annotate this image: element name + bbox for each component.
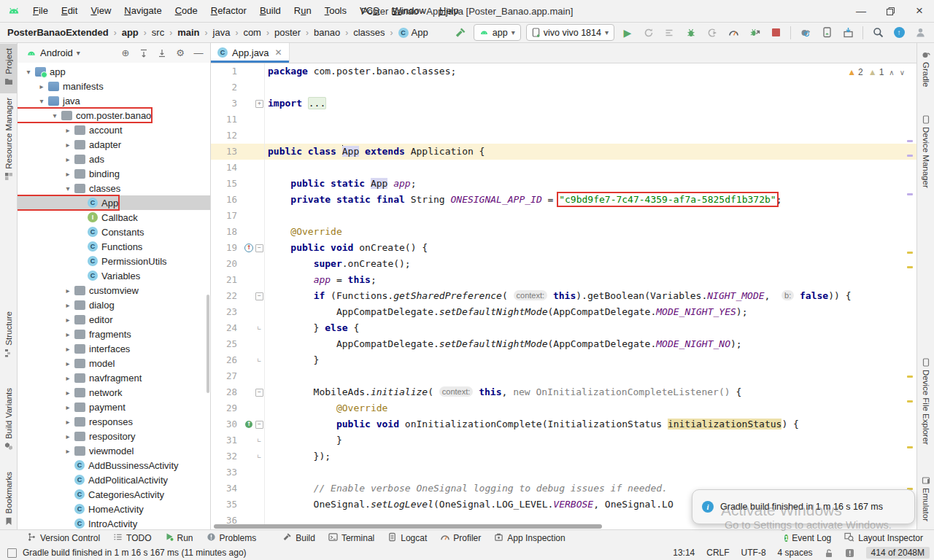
breadcrumb-item-poster[interactable]: poster	[274, 27, 301, 38]
code-line-13[interactable]: 13public class App extends Application {	[211, 144, 916, 160]
tool-window-button-event-log[interactable]: 1Event Log	[778, 530, 838, 545]
menu-tools[interactable]: Tools	[318, 0, 353, 22]
user-avatar-icon[interactable]	[912, 25, 928, 41]
code-line-20[interactable]: 20 super.onCreate();	[211, 256, 916, 272]
apply-code-changes-icon[interactable]	[662, 25, 678, 41]
breadcrumb-item-PosterBanaoExtended[interactable]: PosterBanaoExtended	[7, 27, 109, 38]
tree-item-binding[interactable]: ▸binding	[18, 166, 210, 181]
tool-stripe-resource-manager[interactable]: Resource Manager	[0, 98, 17, 184]
code-line-23[interactable]: 23 AppCompatDelegate.setDefaultNightMode…	[211, 304, 916, 320]
menu-edit[interactable]: Edit	[55, 0, 84, 22]
run-configuration-select[interactable]: app ▾	[474, 24, 521, 41]
tree-chevron-icon[interactable]: ▸	[61, 170, 74, 178]
tree-chevron-icon[interactable]: ▸	[61, 141, 74, 149]
tree-item-java[interactable]: ▾java	[18, 93, 210, 108]
tool-window-button-terminal[interactable]: Terminal	[322, 530, 381, 545]
breadcrumb-item-com[interactable]: com	[243, 27, 261, 38]
tree-item-AddBussinessActivity[interactable]: CAddBussinessActivity	[18, 458, 210, 472]
tree-item-respository[interactable]: ▸respository	[18, 429, 210, 443]
device-select[interactable]: vivo vivo 1814 ▾	[526, 24, 614, 41]
tree-item-app[interactable]: ▾app	[18, 64, 210, 79]
tree-chevron-icon[interactable]: ▸	[61, 389, 74, 397]
tool-stripe-device-manager[interactable]: Device Manager	[917, 112, 934, 188]
code-line-33[interactable]: 33	[211, 464, 916, 481]
menu-run[interactable]: Run	[287, 0, 318, 22]
chevron-down-icon[interactable]: ▾	[77, 49, 80, 57]
tree-item-navfragment[interactable]: ▸navfragment	[18, 370, 210, 385]
tool-window-button-todo[interactable]: TODO	[107, 530, 158, 545]
hide-panel-icon[interactable]: —	[191, 46, 206, 61]
tree-scrollbar[interactable]	[207, 295, 209, 393]
minimize-button[interactable]: —	[846, 0, 876, 22]
menu-refactor[interactable]: Refactor	[204, 0, 253, 22]
tree-item-adapter[interactable]: ▸adapter	[18, 137, 210, 152]
search-everywhere-icon[interactable]	[870, 25, 886, 41]
code-line-11[interactable]: 11	[211, 112, 916, 128]
breadcrumb-item-app[interactable]: app	[122, 27, 139, 38]
tree-chevron-icon[interactable]: ▸	[61, 447, 74, 455]
code-line-22[interactable]: 22− if (Functions.getSharedPreference( c…	[211, 288, 916, 304]
line-ending-widget[interactable]: CRLF	[706, 548, 729, 558]
code-line-12[interactable]: 12	[211, 128, 916, 144]
tree-item-com.poster.banao[interactable]: ▾com.poster.banao	[18, 108, 210, 122]
locate-file-icon[interactable]: ⊕	[118, 46, 133, 61]
tree-item-ads[interactable]: ▸ads	[18, 152, 210, 166]
encoding-widget[interactable]: UTF-8	[741, 548, 766, 558]
code-line-31[interactable]: 31∟ }	[211, 432, 916, 448]
sync-project-gradle-icon[interactable]	[798, 25, 814, 41]
tree-chevron-icon[interactable]: ▸	[61, 316, 74, 324]
tree-item-payment[interactable]: ▸payment	[18, 400, 210, 414]
collapse-all-icon[interactable]	[155, 46, 169, 61]
tree-chevron-icon[interactable]: ▸	[61, 359, 74, 368]
maximize-button[interactable]	[876, 0, 905, 22]
tree-chevron-icon[interactable]: ▸	[61, 330, 74, 338]
inspections-profile-icon[interactable]	[845, 548, 854, 558]
tool-window-button-run[interactable]: Run	[158, 530, 200, 545]
code-line-15[interactable]: 15 public static App app;	[211, 176, 916, 192]
tool-stripe-device-file-explorer[interactable]: Device File Explorer	[917, 355, 934, 445]
tree-chevron-icon[interactable]: ▾	[22, 68, 35, 76]
code-line-26[interactable]: 26∟ }	[211, 352, 916, 368]
prev-issue-icon[interactable]: ∧	[889, 69, 894, 77]
tree-chevron-icon[interactable]: ▸	[61, 287, 74, 295]
tree-item-classes[interactable]: ▾classes	[18, 181, 210, 195]
expand-all-icon[interactable]	[136, 46, 151, 61]
breadcrumb-item-main[interactable]: main	[177, 27, 199, 38]
apply-changes-icon[interactable]	[641, 25, 657, 41]
lock-icon[interactable]	[825, 548, 833, 558]
tree-chevron-icon[interactable]: ▸	[61, 432, 74, 440]
tree-chevron-icon[interactable]: ▸	[61, 374, 74, 382]
tree-item-fragments[interactable]: ▸fragments	[18, 327, 210, 341]
code-line-21[interactable]: 21 app = this;	[211, 272, 916, 288]
tree-item-customview[interactable]: ▸customview	[18, 283, 210, 298]
tree-item-Functions[interactable]: CFunctions	[18, 239, 210, 254]
gradle-notification-balloon[interactable]: i Gradle build finished in 1 m 16 s 167 …	[692, 489, 915, 524]
tree-item-interfaces[interactable]: ▸interfaces	[18, 341, 210, 356]
code-line-30[interactable]: 30↑− public void onInitializationComplet…	[211, 416, 916, 432]
menu-file[interactable]: File	[26, 0, 55, 22]
code-line-25[interactable]: 25 AppCompatDelegate.setDefaultNightMode…	[211, 336, 916, 352]
tree-item-editor[interactable]: ▸editor	[18, 312, 210, 327]
tree-item-IntroActivity[interactable]: CIntroActivity	[18, 516, 210, 529]
indent-widget[interactable]: 4 spaces	[778, 548, 813, 558]
memory-indicator[interactable]: 414 of 2048M	[866, 547, 930, 559]
code-line-19[interactable]: 19↑− public void onCreate() {	[211, 240, 916, 256]
tool-window-button-logcat[interactable]: Logcat	[381, 530, 433, 545]
code-editor[interactable]: 1package com.poster.banao.classes;23+imp…	[211, 63, 916, 529]
tool-stripe-project[interactable]: Project	[0, 44, 17, 93]
tool-window-button-profiler[interactable]: Profiler	[433, 530, 487, 545]
breadcrumb-item-src[interactable]: src	[152, 27, 164, 38]
tool-window-button-problems[interactable]: Problems	[200, 530, 263, 545]
tool-window-button-build[interactable]: Build	[276, 530, 322, 545]
tree-chevron-icon[interactable]: ▸	[61, 155, 74, 163]
tool-stripe-build-variants[interactable]: Build Variants	[0, 388, 17, 454]
code-line-28[interactable]: 28− MobileAds.initialize( context: this,…	[211, 384, 916, 400]
close-tab-icon[interactable]: ✕	[275, 47, 282, 58]
tree-item-account[interactable]: ▸account	[18, 122, 210, 137]
breadcrumb-item-java[interactable]: java	[213, 27, 231, 38]
code-line-18[interactable]: 18 @Override	[211, 224, 916, 240]
code-line-29[interactable]: 29 @Override	[211, 400, 916, 416]
sdk-manager-icon[interactable]	[840, 25, 856, 41]
tree-item-App[interactable]: CApp	[18, 195, 210, 210]
tool-stripe-emulator[interactable]: Emulator	[917, 473, 934, 521]
